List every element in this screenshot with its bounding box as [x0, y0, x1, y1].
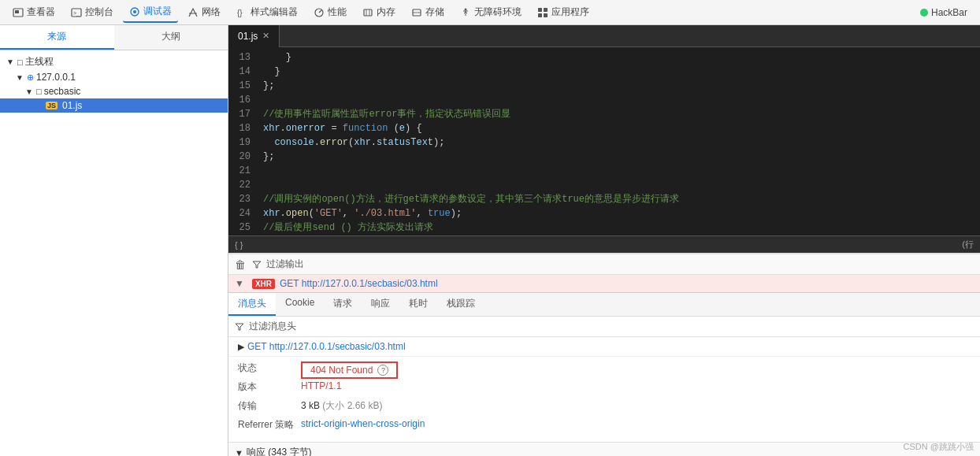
storage-label: 存储 [425, 6, 444, 19]
transfer-label: 传输 [238, 399, 301, 413]
response-arrow-icon: ▼ [235, 448, 243, 457]
code-line-19: 19 console.error(xhr.statusText); [228, 135, 980, 150]
main-layout: 来源 大纲 ▼ □ 主线程 ▼ ⊕ 127.0.0.1 ▼ □ secbasic [0, 25, 980, 456]
tree-item-host[interactable]: ▼ ⊕ 127.0.0.1 [0, 70, 228, 84]
version-label: 版本 [238, 380, 301, 394]
hackbar-label: HackBar [931, 7, 967, 18]
delete-icon[interactable]: 🗑 [235, 258, 246, 271]
help-icon[interactable]: ? [377, 365, 388, 376]
response-label: 响应 (343 字节) [247, 446, 312, 456]
svg-rect-8 [364, 9, 372, 16]
tree-item-secbasic[interactable]: ▼ □ secbasic [0, 84, 228, 98]
tab-response[interactable]: 响应 [362, 293, 399, 316]
eye-icon [13, 7, 24, 18]
toolbar-network[interactable]: 网络 [181, 2, 227, 22]
network-icon [187, 7, 199, 18]
filter-output-label[interactable]: 过滤输出 [252, 258, 304, 271]
bottom-toolbar: 🗑 过滤输出 [228, 254, 980, 275]
expand-arrow-icon: ▼ [235, 278, 244, 289]
svg-text:{}: {} [237, 9, 243, 17]
toolbar-application[interactable]: 应用程序 [531, 2, 596, 22]
message-tabs: 消息头 Cookie 请求 响应 耗时 栈跟踪 [228, 293, 980, 317]
tab-source[interactable]: 来源 [0, 25, 114, 50]
details-area: 状态 404 Not Found ? 版本 HTTP/1.1 传输 3 kB [228, 357, 980, 442]
code-line-13: 13 } [228, 50, 980, 65]
file-tab-01js[interactable]: 01.js ✕ [228, 25, 280, 47]
filter-icon [235, 322, 244, 332]
status-row: 状态 404 Not Found ? [238, 361, 971, 379]
debug-icon [129, 6, 140, 17]
code-line-24: 24 xhr.open('GET', './03.html', true); [228, 206, 980, 221]
storage-icon [411, 7, 422, 18]
code-line-18: 18 xhr.onerror = function (e) { [228, 121, 980, 135]
network-request-row[interactable]: ▼ XHR GET http://127.0.0.1/secbasic/03.h… [228, 275, 980, 293]
tree-label-main-thread: 主线程 [25, 55, 54, 69]
tab-timing[interactable]: 耗时 [399, 293, 437, 316]
get-request-row[interactable]: ▶ GET http://127.0.0.1/secbasic/03.html [228, 337, 980, 357]
network-label: 网络 [202, 6, 221, 19]
tree-arrow-secbasic: ▼ [25, 87, 35, 96]
toolbar-inspector[interactable]: 查看器 [6, 2, 61, 22]
svg-point-5 [133, 10, 136, 13]
code-line-16: 16 [228, 93, 980, 107]
file-tab-label: 01.js [238, 31, 258, 42]
referrer-row: Referrer 策略 strict-origin-when-cross-ori… [238, 418, 971, 436]
status-value: 404 Not Found ? [301, 361, 398, 379]
svg-rect-15 [544, 8, 548, 12]
version-value: HTTP/1.1 [301, 380, 341, 391]
code-line-23: 23 //调用实例的open()方法，进行get请求的参数设定，其中第三个请求t… [228, 192, 980, 206]
toolbar-storage[interactable]: 存储 [405, 2, 451, 22]
memory-label: 内存 [377, 6, 395, 19]
hackbar-dot-icon [920, 9, 928, 17]
js-file-icon: JS [46, 102, 58, 109]
watermark: CSDN @跳跳小强 [904, 441, 974, 453]
right-panel: 01.js ✕ 13 } 14 } 15 }; 16 [228, 25, 980, 456]
code-editor[interactable]: 13 } 14 } 15 }; 16 17 //使用事件监听属性监听err [228, 47, 980, 235]
request-url: GET http://127.0.0.1/secbasic/03.html [280, 278, 438, 289]
inspector-label: 查看器 [27, 6, 55, 19]
svg-rect-16 [538, 13, 542, 17]
code-line-20: 20 }; [228, 150, 980, 164]
code-line-15: 15 }; [228, 79, 980, 93]
app-icon [537, 7, 548, 18]
memory-icon [362, 7, 373, 18]
console-label: 控制台 [85, 6, 113, 19]
code-line-25: 25 //最后使用send () 方法实际发出请求 [228, 221, 980, 235]
tab-cookie[interactable]: Cookie [276, 293, 324, 316]
status-label: 状态 [238, 361, 301, 375]
globe-icon: ⊕ [27, 72, 34, 83]
tab-outline[interactable]: 大纲 [114, 25, 228, 50]
accessibility-label: 无障碍环境 [474, 6, 522, 19]
tab-request[interactable]: 请求 [324, 293, 362, 316]
a11y-icon [460, 7, 471, 18]
application-label: 应用程序 [551, 6, 589, 19]
toolbar-debugger[interactable]: 调试器 [123, 2, 178, 23]
tree-arrow-host: ▼ [16, 73, 25, 82]
filter-messages-row: 过滤消息头 [228, 317, 980, 337]
toolbar-performance[interactable]: 性能 [307, 2, 353, 22]
close-tab-icon[interactable]: ✕ [262, 31, 269, 41]
folder-icon: □ [17, 57, 23, 67]
tab-stack-trace[interactable]: 栈跟踪 [437, 293, 484, 316]
tab-message-header[interactable]: 消息头 [228, 293, 276, 316]
style-icon: {} [236, 7, 247, 18]
toolbar-accessibility[interactable]: 无障碍环境 [454, 2, 528, 22]
referrer-label: Referrer 策略 [238, 418, 301, 432]
tree-arrow-main: ▼ [6, 57, 16, 66]
toolbar-style-editor[interactable]: {} 样式编辑器 [230, 2, 304, 22]
transfer-row: 传输 3 kB (大小 2.66 kB) [238, 399, 971, 417]
performance-label: 性能 [328, 6, 347, 19]
file-tree: ▼ □ 主线程 ▼ ⊕ 127.0.0.1 ▼ □ secbasic JS 01… [0, 50, 228, 456]
transfer-value: 3 kB (大小 2.66 kB) [301, 399, 382, 413]
toolbar-hackbar[interactable]: HackBar [914, 4, 974, 21]
response-section-header[interactable]: ▼ 响应 (343 字节) [228, 442, 980, 456]
tree-item-01js[interactable]: JS 01.js [0, 98, 228, 113]
tree-item-main-thread[interactable]: ▼ □ 主线程 [0, 54, 228, 70]
tree-label-secbasic: secbasic [44, 86, 81, 97]
debugger-label: 调试器 [143, 5, 172, 18]
toolbar-console[interactable]: >_ 控制台 [65, 2, 120, 22]
toolbar-memory[interactable]: 内存 [356, 2, 402, 22]
svg-rect-1 [15, 10, 19, 13]
left-tabs: 来源 大纲 [0, 25, 228, 50]
svg-point-13 [465, 8, 467, 10]
